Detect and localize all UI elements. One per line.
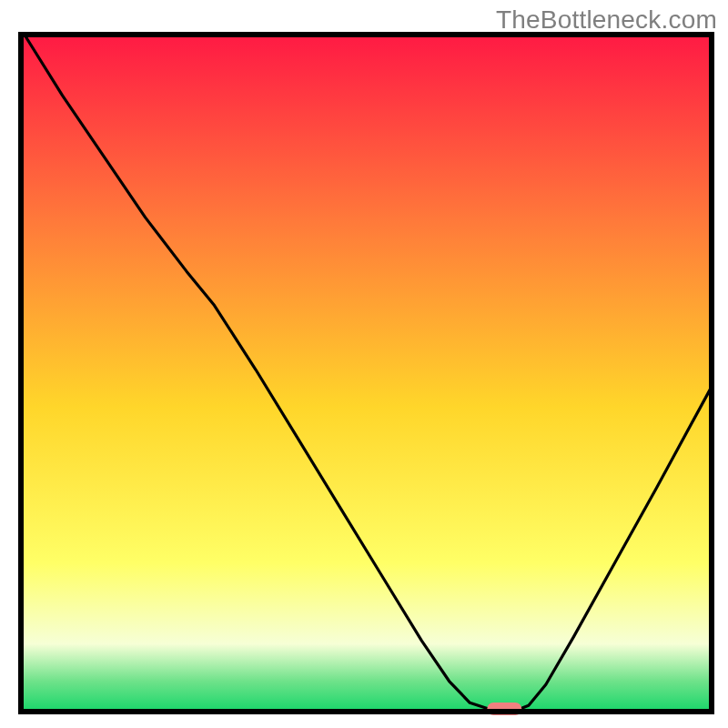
bottleneck-chart: [0, 0, 728, 728]
plot-background: [21, 35, 712, 712]
watermark-text: TheBottleneck.com: [496, 5, 717, 35]
chart-container: TheBottleneck.com: [0, 0, 728, 728]
